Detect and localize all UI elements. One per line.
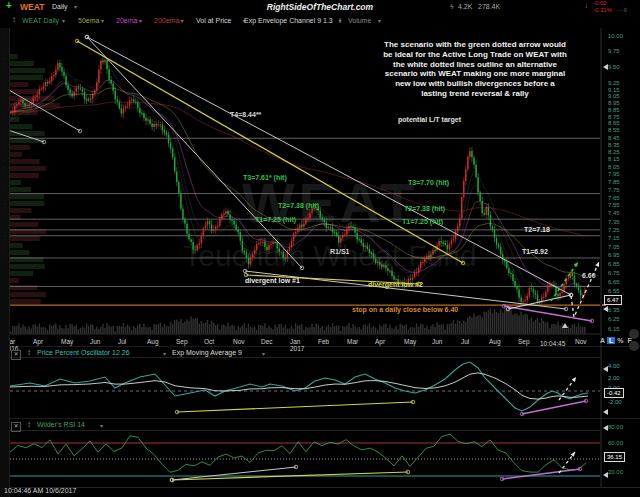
price-scale-label: 6.65 [608, 279, 620, 285]
price-scale-label: 7.95 [608, 171, 620, 177]
indicator-50ema[interactable]: 50ema [78, 17, 99, 24]
ppo-ema-caret-icon[interactable]: ▾ [262, 351, 265, 357]
indicator-caret-icon[interactable]: ▾ [62, 18, 65, 24]
chart-label-3: T3=7.70 (hit) [408, 179, 449, 186]
price-scale-label: 6.15 [608, 326, 620, 332]
zoom-mode-buttons: AL%F [598, 337, 634, 344]
price-scale-label: 6.85 [608, 261, 620, 267]
chart-label-1: potential L/T target [398, 116, 461, 123]
price-scale-label: 7.05 [608, 244, 620, 250]
indicator-caret-icon[interactable]: ▾ [180, 18, 183, 24]
indicator-200ema[interactable]: 200ema [154, 17, 179, 24]
price-change: -0.02 [593, 0, 607, 6]
chart-label-13: stop on a daily close below 6.40 [352, 306, 458, 313]
price-scale-label: 8.15 [608, 156, 620, 162]
ppo-panel-header: ✕ ↕ Price Percent Oscillator 12 26 ▾ Exp… [0, 348, 600, 359]
rsi-scale-label: 60.00 [608, 440, 623, 446]
ppo-move-icon[interactable]: ↕ [27, 349, 31, 357]
chart-label-5: T2=7.38 (hit) [404, 205, 445, 212]
annotation-line-5: new low with bullish divergences before … [345, 79, 605, 89]
indicator-exp-envelope-channel-9-1-3[interactable]: Exp Envelope Channel 9 1.3 [244, 17, 333, 24]
chart-label-12: divergent low #2 [368, 281, 423, 288]
dollar-volume-stat: 278.4K [478, 3, 500, 10]
annotation-line-2: be ideal for the Active Long Trade on WE… [345, 50, 605, 60]
x-axis-month: Apr [33, 338, 43, 345]
price-scale-label: 9.15 [608, 87, 620, 93]
ppo-scale-label: -2.00 [608, 399, 622, 405]
rsi-move-icon[interactable]: ↕ [27, 421, 31, 429]
x-axis-month: Apr [375, 338, 385, 345]
chart-label-6: T1=7.25 (hit) [255, 216, 296, 223]
chart-label-8: T2=7.18 [524, 226, 550, 233]
price-scale-label: 9.50 [608, 64, 620, 70]
chart-label-10: R1/S1 [330, 248, 349, 255]
price-scale-label: 8.35 [608, 142, 620, 148]
charting-app: WEAT Teucrium Wheat Fund + WEAT Daily ▾ … [0, 0, 640, 497]
price-scale-label: 6.55 [608, 288, 620, 294]
x-axis-month: May [61, 338, 73, 345]
rsi-caret-icon[interactable]: ▾ [100, 423, 103, 429]
title-bar: + WEAT Daily ▾ RightSideOfTheChart.com ϟ… [0, 0, 640, 14]
chart-label-11: divergent low #1 [245, 277, 300, 284]
price-scale-label: 9.25 [608, 80, 620, 86]
zoom-button-a[interactable]: A [598, 337, 607, 344]
price-scale-label: 7.85 [608, 179, 620, 185]
rsi-title[interactable]: Wilder's RSI 14 [37, 421, 85, 428]
price-scale-label: 7.25 [608, 227, 620, 233]
axis-timestamp: 10:04:45 [540, 340, 565, 347]
price-down-arrow-icon: ↓ [584, 1, 589, 10]
price-scale-label: 8.85 [608, 107, 620, 113]
indicator-caret-icon[interactable]: ▾ [101, 18, 104, 24]
move-panel-icon[interactable]: ↕ [12, 16, 16, 24]
rsi-close-button[interactable]: ✕ [11, 422, 21, 432]
price-scale-label: 9.05 [608, 93, 620, 99]
x-axis-month: Jun [90, 338, 100, 345]
zoom-button-f[interactable]: F [626, 337, 634, 344]
price-scale-label: 8.45 [608, 135, 620, 141]
annotation-line-4: scenario with WEAT making one more margi… [345, 69, 605, 79]
price-change-pct: -0.31% [593, 7, 612, 13]
indicator-vol-at-price[interactable]: Vol at Price [196, 17, 231, 24]
ppo-title[interactable]: Price Percent Oscillator 12 26 [37, 349, 130, 356]
zoom-button-%[interactable]: % [615, 337, 625, 344]
chart-label-14: 6.60 [582, 272, 596, 279]
indicator-weat-daily[interactable]: WEAT Daily [22, 17, 59, 24]
speed-icon: ϟ [450, 3, 454, 10]
ppo-caret-icon[interactable]: ▾ [163, 351, 166, 357]
price-scale-label: 6.25 [608, 316, 620, 322]
ppo-close-button[interactable]: ✕ [11, 350, 21, 360]
chart-label-2: T3=7.61* (hit) [243, 174, 287, 181]
clock-timestamp: 10:04:46 AM 10/6/2017 [4, 487, 76, 494]
price-scale-label: 7.75 [608, 187, 620, 193]
x-axis-month: Sep [518, 338, 530, 345]
annotation-line-6: lasting trend reversal & rally [345, 89, 605, 99]
x-axis-month: Jul [461, 338, 469, 345]
x-axis-month: Mar [347, 338, 358, 345]
x-axis-month: Feb [318, 338, 329, 345]
current-price-box: 6.47 [604, 295, 622, 305]
price-scale-label: 6.35 [608, 307, 620, 313]
ppo-scale-label: 2.00 [608, 375, 620, 381]
price-scale-column[interactable]: 10.009.759.509.259.159.058.958.858.758.6… [602, 28, 640, 497]
indicator-caret-icon[interactable]: ▾ [139, 18, 142, 24]
indicator-volume-caret-icon[interactable]: ▾ [378, 18, 381, 24]
price-scale-label: 8.25 [608, 149, 620, 155]
x-axis-month: Oct [204, 338, 214, 345]
x-axis-month: Jan [290, 338, 300, 345]
indicator-caret-icon[interactable]: ▾ [338, 18, 341, 24]
annotation-line-3: the white dotted lines outline an altern… [345, 60, 605, 70]
indicator-toolbar: ↕ ↕ Volume ▾ WEAT Daily▾50ema▾20ema▾200e… [0, 14, 640, 28]
chart-label-9: T1=6.92 [522, 248, 548, 255]
price-scale-label: 9.75 [608, 48, 620, 54]
rsi-panel-header: ✕ ↕ Wilder's RSI 14 ▾ [0, 420, 600, 431]
indicator-20ema[interactable]: 20ema [116, 17, 137, 24]
x-axis-month: Aug [489, 338, 501, 345]
indicator-volume[interactable]: Volume [348, 17, 371, 24]
ppo-ema-label[interactable]: Exp Moving Average 9 [172, 349, 242, 356]
zoom-button-l[interactable]: L [607, 337, 615, 344]
price-scale-label: 7.65 [608, 195, 620, 201]
price-scale-label: 10.00 [608, 33, 623, 39]
volume-stat: 4.2K [458, 3, 472, 10]
price-scale-label: 7.15 [608, 235, 620, 241]
price-scale-label: 8.55 [608, 127, 620, 133]
